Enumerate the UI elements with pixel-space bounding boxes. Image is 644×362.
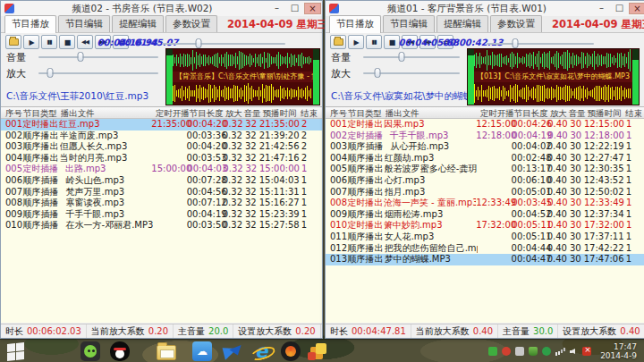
desktop-widget-icon[interactable] (310, 347, 323, 359)
stop-button[interactable]: ■ (59, 35, 75, 49)
amplify-slider-thumb[interactable] (375, 68, 381, 78)
volume-icon[interactable] (569, 347, 578, 356)
action-center-flag-icon[interactable] (582, 347, 591, 356)
amplify-slider[interactable] (38, 72, 158, 74)
table-cell: 0.40 (547, 232, 567, 243)
table-cell: 顺序播出 (348, 254, 385, 265)
table-row[interactable]: 005顺序播出般若波罗蜜多心经-龚玥...00:13:170.403012:30… (326, 164, 644, 175)
table-cell (478, 254, 511, 265)
table-row[interactable]: 003顺序播出但愿人长久.mp300:04:200.323221:42:562 (1, 141, 322, 153)
tray-app2-icon[interactable] (515, 347, 524, 356)
volume-slider[interactable] (38, 56, 158, 58)
titlebar[interactable]: 频道01 - 客厅背景音乐 (节目表.W01) – □ × (326, 1, 644, 16)
table-row[interactable]: 001定时播出因果.mp312:15:0000:04:260.403012:15… (326, 119, 644, 130)
table-cell: 32 (243, 119, 259, 130)
tray-app-icon[interactable] (488, 347, 497, 356)
table-row[interactable]: 008定时播出沧海一声笑 - 童丽.mp312:33:4900:03:450.4… (326, 198, 644, 209)
tab-item[interactable]: 提醒编辑 (436, 15, 488, 32)
table-cell: 1 (623, 220, 644, 232)
table-cell: 00:03:36 (187, 130, 223, 142)
vu-meter-right (313, 49, 319, 105)
progress-slider-thumb[interactable] (513, 38, 519, 48)
internet-explorer-icon[interactable]: e (251, 341, 271, 361)
table-row[interactable]: 006顺序播出心灯.mp300:06:100.403012:43:521 (326, 175, 644, 187)
table-row[interactable]: 005定时插播出路.mp315:00:0000:04:030.323215:00… (1, 164, 322, 175)
table-cell: 30 (567, 232, 584, 243)
qq-icon[interactable] (110, 341, 130, 361)
volume-slider-thumb[interactable] (399, 52, 405, 62)
security-shield-icon[interactable] (529, 347, 538, 356)
table-row[interactable]: 010顺序插播在水一方-邓丽君.MP300:03:500.323215:27:5… (1, 220, 322, 232)
table-row[interactable]: 003顺序插播从心开始.mp300:04:020.403012:22:191 (326, 141, 644, 153)
update-icon[interactable] (542, 347, 551, 356)
app-icon (4, 4, 14, 13)
table-cell: 1 (623, 130, 644, 142)
table-cell: 在水一方-邓丽君.MP3 (60, 220, 154, 232)
tab-item[interactable]: 参数设置 (490, 15, 542, 32)
play-button[interactable]: ▶ (348, 35, 364, 49)
table-cell (478, 164, 511, 175)
table-row[interactable]: 001定时播出红豆.mp321:35:0000:04:200.323221:35… (1, 119, 322, 130)
table-cell: 008 (326, 198, 347, 209)
table-cell: 2 (299, 130, 322, 142)
maximize-button[interactable]: □ (286, 3, 303, 14)
cloud-music-icon[interactable]: ☁ (192, 341, 212, 361)
table-cell: 30 (568, 220, 584, 232)
titlebar[interactable]: 频道02 - 书房音乐 (节目表.W02) – □ × (1, 1, 322, 16)
play-button[interactable]: ▶ (23, 35, 39, 49)
table-cell: 001 (1, 119, 22, 130)
tab-active[interactable]: 节目播放 (329, 15, 381, 33)
pause-button[interactable]: ▮▮ (366, 35, 382, 49)
table-cell: 1 (299, 164, 322, 175)
table-row[interactable]: 002顺序播出半途而废.mp300:03:360.323221:39:202 (1, 130, 322, 142)
table-row[interactable]: 011顺序播出女人花.mp300:05:110.403017:37:111 (326, 232, 644, 243)
taskbar-clock[interactable]: 17:47 2014-4-9 (600, 342, 637, 360)
amplify-slider[interactable] (363, 72, 460, 74)
table-row[interactable]: 002定时插播千手千眼.mp312:18:0000:04:190.403012:… (326, 130, 644, 142)
messenger-icon[interactable] (80, 341, 100, 361)
stop-button[interactable]: ■ (384, 35, 400, 49)
tab-item[interactable]: 参数设置 (165, 15, 217, 32)
table-row[interactable]: 010定时播出箫中妙韵.mp317:32:0000:05:110.403017:… (326, 220, 644, 232)
file-explorer-icon[interactable] (157, 345, 176, 360)
tray-alert-icon[interactable] (502, 347, 511, 356)
progress-slider-thumb[interactable] (196, 38, 202, 48)
swallow-player-icon[interactable] (222, 341, 242, 361)
minimize-button[interactable]: – (268, 3, 285, 14)
pause-button[interactable]: ▮▮ (41, 35, 57, 49)
tab-active[interactable]: 节目播放 (4, 15, 56, 33)
start-button[interactable] (5, 341, 25, 361)
table-row[interactable]: 013顺序播出梦中的蝴蝶.MP300:04:470.403017:47:061 (326, 254, 644, 265)
table-row[interactable]: 004顺序播出红颜劫.mp300:02:480.403012:27:471 (326, 153, 644, 164)
table-row[interactable]: 009顺序插播千手千眼.mp300:04:190.323215:23:391 (1, 209, 322, 221)
table-cell: 0.40 (547, 209, 567, 221)
volume-slider-thumb[interactable] (77, 52, 83, 62)
table-cell: 红豆.mp3 (59, 119, 151, 130)
amplify-slider-thumb[interactable] (47, 68, 54, 78)
media-player-icon[interactable] (281, 341, 301, 361)
column-header: 预播时间 (586, 107, 623, 118)
open-file-button[interactable] (5, 35, 21, 49)
progress-slider[interactable] (162, 43, 285, 45)
progress-slider[interactable] (487, 43, 594, 45)
table-row[interactable]: 012顺序播出把我的悲伤留给自己.mp300:04:440.403017:42:… (326, 243, 644, 255)
table-row[interactable]: 009顺序播出烟雨松涛.mp300:04:520.403012:37:341 (326, 209, 644, 221)
tab-item[interactable]: 节目编辑 (58, 15, 110, 32)
network-icon[interactable] (555, 347, 564, 356)
table-row[interactable]: 008顺序插播寒窗读夜.mp300:07:120.323215:16:271 (1, 198, 322, 209)
table-row[interactable]: 007顺序播出指月.mp300:05:010.403012:50:021 (326, 187, 644, 198)
maximize-button[interactable]: □ (611, 3, 628, 14)
table-row[interactable]: 004顺序播出当时的月亮.mp300:03:530.323221:47:162 (1, 153, 322, 164)
close-button[interactable]: × (629, 3, 644, 14)
current-file-path: C:\音乐文件\寂寞如花\梦中的蝴蝶.MP3 (331, 90, 488, 103)
minimize-button[interactable]: – (593, 3, 610, 14)
open-file-button[interactable] (330, 35, 346, 49)
status-segment: 时长00:04:47.81 (326, 324, 411, 338)
table-row[interactable]: 007顺序插播梵声万里.mp300:04:560.323215:11:311 (1, 187, 322, 198)
volume-slider[interactable] (363, 56, 460, 58)
close-button[interactable]: × (304, 3, 321, 14)
tab-item[interactable]: 节目编辑 (383, 15, 435, 32)
rewind-button[interactable]: ◀◀ (77, 35, 93, 49)
tab-item[interactable]: 提醒编辑 (112, 15, 164, 32)
table-row[interactable]: 006顺序插播岭头山色.mp300:07:280.323215:04:031 (1, 175, 322, 187)
